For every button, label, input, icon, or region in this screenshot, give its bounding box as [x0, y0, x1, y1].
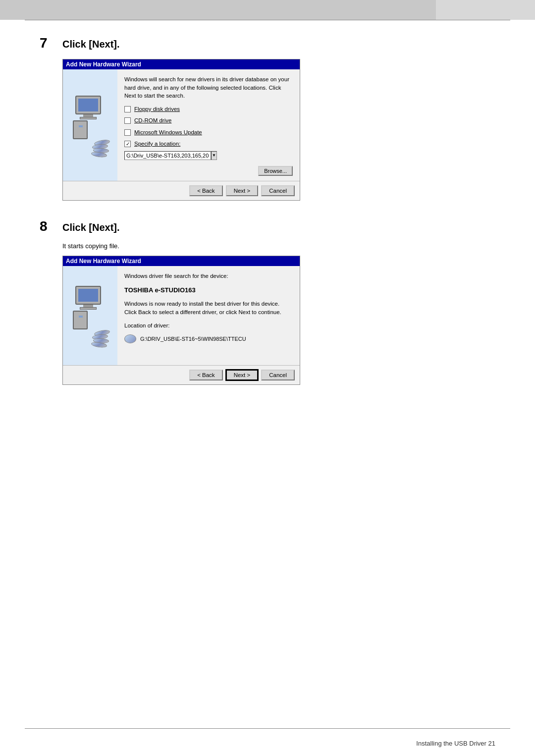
device-name: TOSHIBA e-STUDIO163 — [124, 285, 293, 295]
checkbox-cdrom-row: CD-ROM drive — [124, 116, 293, 125]
top-bar-right-section — [436, 0, 535, 20]
wizard-7-titlebar: Add New Hardware Wizard — [63, 59, 300, 69]
location-dropdown[interactable]: ▼ — [211, 151, 217, 160]
next-button-7[interactable]: Next > — [226, 185, 259, 196]
monitor-screen-8 — [78, 289, 98, 302]
checkbox-cdrom-label[interactable]: CD-ROM drive — [134, 116, 171, 125]
checkbox-windows-update[interactable] — [124, 129, 131, 136]
monitor-stand — [80, 117, 97, 119]
checkbox-cdrom[interactable] — [124, 117, 131, 124]
monitor-screen — [78, 99, 98, 111]
tower-light-8 — [79, 316, 83, 318]
main-content: 7 Click [Next]. Add New Hardware Wizard — [0, 20, 535, 432]
wizard-8-desc2: Windows is now ready to install the best… — [124, 300, 293, 316]
monitor-icon-8 — [75, 286, 101, 305]
next-button-8[interactable]: Next > — [226, 370, 259, 380]
step-7-header: 7 Click [Next]. — [40, 35, 495, 51]
step-7-number: 7 — [40, 35, 55, 51]
top-bar — [0, 0, 535, 20]
checkbox-floppy-label[interactable]: Floppy disk drives — [134, 105, 180, 113]
wizard-8-titlebar: Add New Hardware Wizard — [63, 256, 300, 266]
step-7-block: 7 Click [Next]. Add New Hardware Wizard — [40, 35, 495, 201]
wizard-7-icon-panel — [63, 69, 117, 181]
location-input[interactable] — [124, 151, 211, 160]
step-7-title: Click [Next]. — [62, 39, 120, 50]
footer: Installing the USB Driver 21 — [416, 740, 495, 747]
checkbox-floppy[interactable] — [124, 106, 131, 112]
wizard-7-content: Windows will search for new drivers in i… — [117, 69, 300, 181]
checkbox-windows-update-row: Microsoft Windows Update — [124, 128, 293, 137]
location-label: Location of driver: — [124, 322, 293, 330]
checkbox-windows-update-label[interactable]: Microsoft Windows Update — [134, 128, 202, 137]
step-8-number: 8 — [40, 218, 55, 234]
tower-light — [79, 125, 83, 127]
computer-tower-8 — [73, 311, 88, 329]
location-input-row: ▼ — [124, 151, 293, 160]
checkbox-specify-location-row: Specify a location: — [124, 140, 293, 148]
wizard-7-buttons: < Back Next > Cancel — [63, 181, 300, 200]
wizard-7-body: Windows will search for new drivers in i… — [63, 69, 300, 181]
cd-driver-icon — [124, 334, 136, 343]
wizard-8-buttons: < Back Next > Cancel — [63, 365, 300, 384]
computer-illustration — [70, 96, 110, 155]
checkbox-specify-location-label[interactable]: Specify a location: — [134, 140, 180, 148]
wizard-dialog-8: Add New Hardware Wizard — [62, 256, 300, 385]
driver-path: G:\DRIV_USB\E-ST16~5\WIN98SE\TTECU — [140, 335, 246, 343]
checkbox-specify-location[interactable] — [124, 141, 131, 147]
monitor-icon — [75, 96, 101, 114]
footer-text: Installing the USB Driver 21 — [416, 740, 495, 747]
wizard-dialog-7: Add New Hardware Wizard — [62, 59, 300, 201]
step-8-block: 8 Click [Next]. It starts copying file. … — [40, 218, 495, 385]
cancel-button-7[interactable]: Cancel — [261, 185, 295, 196]
wizard-8-icon-panel — [63, 266, 117, 365]
back-button-7[interactable]: < Back — [189, 185, 222, 196]
step-8-header: 8 Click [Next]. — [40, 218, 495, 234]
computer-tower — [73, 120, 88, 139]
wizard-8-body: Windows driver file search for the devic… — [63, 266, 300, 365]
step-8-title: Click [Next]. — [62, 222, 120, 233]
wizard-8-content: Windows driver file search for the devic… — [117, 266, 300, 365]
wizard-7-description: Windows will search for new drivers in i… — [124, 75, 293, 100]
driver-location-row: G:\DRIV_USB\E-ST16~5\WIN98SE\TTECU — [124, 334, 293, 343]
browse-button[interactable]: Browse... — [258, 166, 293, 176]
cancel-button-8[interactable]: Cancel — [261, 370, 295, 380]
bottom-divider — [25, 728, 510, 729]
computer-illustration-8 — [70, 286, 110, 345]
back-button-8[interactable]: < Back — [189, 370, 222, 380]
step-8-subtitle: It starts copying file. — [62, 242, 495, 250]
checkbox-floppy-row: Floppy disk drives — [124, 105, 293, 113]
monitor-stand-8 — [80, 307, 97, 310]
wizard-8-desc1: Windows driver file search for the devic… — [124, 272, 293, 280]
